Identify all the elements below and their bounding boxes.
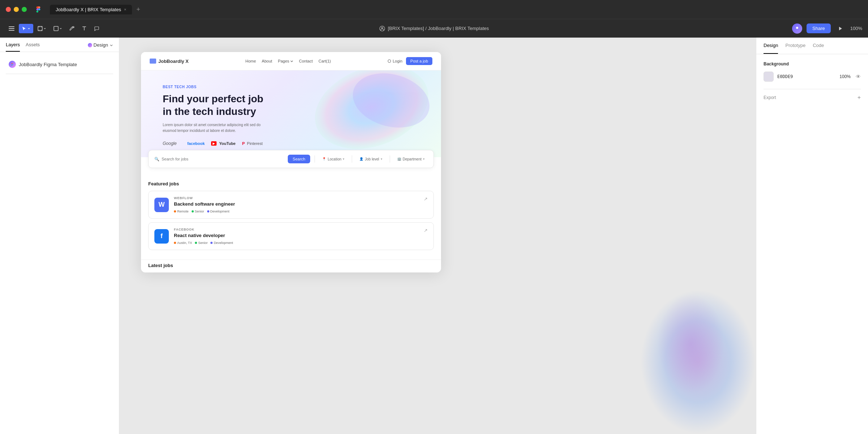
job-tags-facebook: Austin, TX Senior Development bbox=[174, 241, 428, 245]
job-card-facebook[interactable]: f FACEBOOK React native developer Austin… bbox=[148, 222, 434, 250]
location-dot-icon bbox=[174, 210, 176, 212]
layer-icon bbox=[9, 61, 16, 68]
canvas[interactable]: JobBoardly X Home About Pages Contact Ca… bbox=[119, 38, 756, 434]
job-level-filter[interactable]: 👤 Job level ▾ bbox=[356, 157, 385, 161]
panel-content: JobBoardly Figma Template bbox=[0, 52, 119, 434]
play-button[interactable] bbox=[835, 24, 846, 33]
dept-dot-icon bbox=[207, 210, 209, 212]
visibility-icon[interactable]: 👁 bbox=[856, 74, 861, 80]
background-color-value[interactable]: E0DDE9 bbox=[777, 74, 834, 79]
dept-dot-icon-2 bbox=[210, 242, 213, 244]
job-tag-austin: Austin, TX bbox=[174, 241, 192, 245]
layer-label: JobBoardly Figma Template bbox=[19, 62, 77, 67]
panel-divider bbox=[6, 74, 113, 74]
nav-pages[interactable]: Pages bbox=[278, 59, 293, 63]
assets-tab[interactable]: Assets bbox=[26, 42, 40, 52]
prototype-tab[interactable]: Prototype bbox=[785, 38, 805, 54]
nav-home[interactable]: Home bbox=[245, 59, 256, 63]
preview-logo: JobBoardly X bbox=[150, 59, 189, 64]
select-tool-button[interactable] bbox=[19, 24, 33, 33]
nav-contact[interactable]: Contact bbox=[299, 59, 313, 63]
job-title-webflow: Backend software engineer bbox=[174, 201, 428, 207]
facebook-job-logo: f bbox=[154, 229, 169, 244]
logo-text: JobBoardly X bbox=[158, 59, 189, 64]
search-divider-2 bbox=[352, 155, 352, 163]
job-card-webflow[interactable]: W WEBFLOW Backend software engineer Remo… bbox=[148, 191, 434, 219]
nav-about[interactable]: About bbox=[262, 59, 272, 63]
comment-tool-button[interactable] bbox=[91, 24, 102, 33]
layer-item[interactable]: JobBoardly Figma Template bbox=[6, 58, 113, 71]
background-color-row: E0DDE9 100% 👁 bbox=[764, 72, 861, 82]
breadcrumb: [BRIX Templates] / JobBoardly | BRIX Tem… bbox=[388, 26, 489, 31]
job-info-facebook: FACEBOOK React native developer Austin, … bbox=[174, 228, 428, 245]
new-tab-button[interactable]: + bbox=[133, 4, 143, 15]
zoom-level[interactable]: 100% bbox=[850, 26, 862, 31]
figma-frame: JobBoardly X Home About Pages Contact Ca… bbox=[141, 52, 441, 272]
hero-title: Find your perfect job in the tech indust… bbox=[163, 93, 419, 118]
shape-tool-button[interactable] bbox=[51, 24, 65, 33]
minimize-button[interactable] bbox=[14, 7, 19, 12]
pinterest-logo: P Pinterest bbox=[242, 141, 263, 146]
youtube-logo: ▶ YouTube bbox=[211, 141, 235, 146]
active-tab[interactable]: JobBoardly X | BRIX Templates × bbox=[50, 5, 132, 14]
level-dot-icon bbox=[192, 210, 194, 212]
background-opacity-value[interactable]: 100% bbox=[838, 74, 851, 79]
svg-rect-0 bbox=[9, 26, 14, 27]
title-bar: JobBoardly X | BRIX Templates × + bbox=[0, 0, 868, 19]
location-dot-icon-2 bbox=[174, 242, 176, 244]
design-dropdown[interactable]: Design bbox=[88, 42, 113, 51]
search-button[interactable]: Search bbox=[288, 155, 311, 163]
nav-cart[interactable]: Cart(1) bbox=[318, 59, 331, 63]
design-label: Design bbox=[94, 42, 108, 48]
tab-bar: JobBoardly X | BRIX Templates × + bbox=[50, 4, 862, 15]
export-label: Export bbox=[764, 95, 776, 100]
svg-point-13 bbox=[381, 27, 383, 29]
user-avatar[interactable] bbox=[792, 23, 802, 34]
jobs-section: Featured jobs W WEBFLOW Backend software… bbox=[141, 175, 441, 259]
preview-nav-right: Login Post a job bbox=[388, 57, 432, 65]
svg-rect-2 bbox=[9, 30, 14, 31]
svg-text:Google: Google bbox=[163, 141, 177, 146]
frame-tool-button[interactable] bbox=[35, 24, 49, 33]
preview-navbar: JobBoardly X Home About Pages Contact Ca… bbox=[141, 52, 441, 70]
featured-jobs-title: Featured jobs bbox=[148, 181, 434, 186]
job-info-webflow: WEBFLOW Backend software engineer Remote… bbox=[174, 196, 428, 213]
breadcrumb-area: [BRIX Templates] / JobBoardly | BRIX Tem… bbox=[379, 26, 489, 31]
preview-nav-links: Home About Pages Contact Cart(1) bbox=[245, 59, 331, 63]
svg-rect-8 bbox=[54, 26, 58, 31]
background-label: Background bbox=[764, 61, 861, 66]
close-button[interactable] bbox=[6, 7, 11, 12]
google-logo: Google bbox=[163, 141, 181, 146]
toolbar-right: Share 100% bbox=[792, 23, 862, 34]
figma-icon bbox=[34, 5, 43, 14]
maximize-button[interactable] bbox=[22, 7, 27, 12]
department-filter[interactable]: 🏢 Department ▾ bbox=[394, 157, 428, 161]
background-color-swatch[interactable] bbox=[764, 72, 774, 82]
background-section: Background E0DDE9 100% 👁 bbox=[764, 61, 861, 82]
svg-point-15 bbox=[796, 27, 798, 29]
hero-brands: Google facebook ▶ YouTube P Pinterest bbox=[163, 141, 419, 146]
export-add-button[interactable]: + bbox=[858, 94, 861, 101]
text-tool-button[interactable] bbox=[79, 24, 90, 33]
location-filter[interactable]: 📍 Location ▾ bbox=[319, 157, 347, 161]
search-input[interactable] bbox=[162, 157, 283, 161]
dept-chevron-icon: ▾ bbox=[423, 157, 425, 161]
joblevel-chevron-icon: ▾ bbox=[381, 157, 382, 161]
job-tags-webflow: Remote Senior Development bbox=[174, 210, 428, 213]
pen-tool-button[interactable] bbox=[67, 24, 77, 33]
menu-button[interactable] bbox=[6, 24, 17, 33]
design-tab[interactable]: Design bbox=[764, 38, 778, 54]
svg-rect-1 bbox=[9, 28, 14, 29]
job-tag-development-2: Development bbox=[210, 241, 233, 245]
right-panel-tabs: Design Prototype Code bbox=[756, 38, 868, 54]
tab-close-icon[interactable]: × bbox=[124, 7, 126, 12]
layers-tab[interactable]: Layers bbox=[6, 42, 20, 52]
post-job-button[interactable]: Post a job bbox=[406, 57, 432, 65]
share-button[interactable]: Share bbox=[807, 23, 831, 33]
right-panel-content: Background E0DDE9 100% 👁 Export + bbox=[756, 54, 868, 434]
code-tab[interactable]: Code bbox=[813, 38, 824, 54]
job-tag-development: Development bbox=[207, 210, 230, 213]
right-panel: Design Prototype Code Background E0DDE9 … bbox=[756, 38, 868, 434]
job-title-facebook: React native developer bbox=[174, 233, 428, 238]
login-button[interactable]: Login bbox=[388, 59, 402, 63]
